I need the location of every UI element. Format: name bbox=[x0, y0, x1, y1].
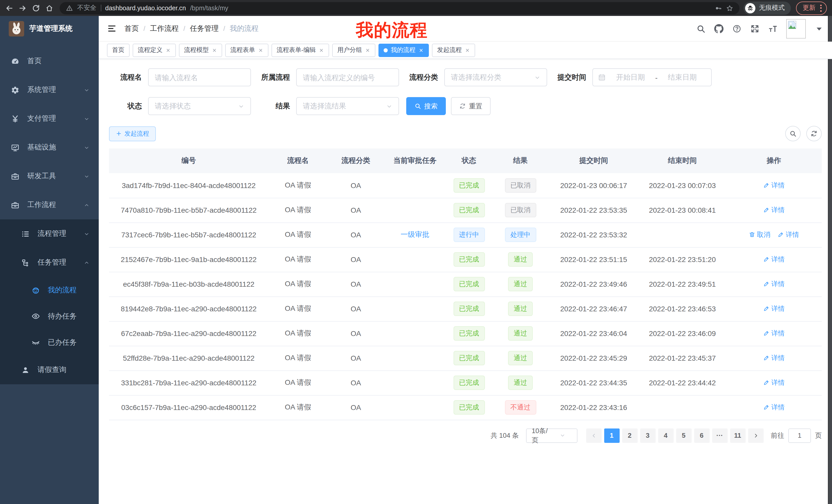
op-detail-link[interactable]: 详情 bbox=[763, 255, 785, 264]
close-tab-icon[interactable] bbox=[258, 48, 263, 53]
dashboard-icon bbox=[11, 57, 20, 65]
cell-current-task bbox=[384, 395, 446, 420]
page-button[interactable]: 4 bbox=[658, 428, 673, 443]
reload-icon[interactable] bbox=[32, 4, 40, 12]
op-cancel-link[interactable]: 取消 bbox=[749, 230, 770, 240]
close-tab-icon[interactable] bbox=[212, 48, 217, 53]
search-icon[interactable] bbox=[696, 24, 705, 33]
close-tab-icon[interactable] bbox=[165, 48, 171, 53]
help-icon[interactable] bbox=[732, 24, 742, 33]
sidebar-item[interactable]: 任务管理 bbox=[0, 248, 99, 277]
tab[interactable]: 流程表单 bbox=[225, 44, 268, 57]
not-secure-warning-icon[interactable] bbox=[66, 4, 73, 11]
sidebar-item[interactable]: 我的流程 bbox=[0, 277, 99, 303]
sidebar-item[interactable]: 工作流程 bbox=[0, 191, 99, 219]
op-detail-link[interactable]: 详情 bbox=[763, 180, 785, 190]
font-size-icon[interactable] bbox=[768, 24, 778, 33]
robot-icon bbox=[31, 286, 40, 295]
status-tag: 已完成 bbox=[453, 375, 485, 390]
page-button[interactable]: 1 bbox=[604, 428, 619, 443]
sidebar-item[interactable]: 待办任务 bbox=[0, 303, 99, 329]
op-detail-link[interactable]: 详情 bbox=[763, 329, 785, 338]
tab[interactable]: 发起流程 bbox=[432, 44, 475, 57]
op-detail-link[interactable]: 详情 bbox=[763, 378, 785, 387]
prev-page-button[interactable] bbox=[586, 428, 601, 443]
search-button[interactable]: 搜索 bbox=[406, 97, 446, 115]
close-tab-icon[interactable] bbox=[419, 48, 424, 53]
sidebar-item[interactable]: 请假查询 bbox=[0, 356, 99, 384]
submit-time-range-picker[interactable]: 开始日期 - 结束日期 bbox=[592, 68, 712, 86]
tab[interactable]: 流程定义 bbox=[133, 44, 176, 57]
page-scrollbar[interactable] bbox=[828, 16, 832, 504]
breadcrumb-item[interactable]: 工作流程 bbox=[150, 24, 179, 33]
current-task-link[interactable]: 一级审批 bbox=[400, 230, 430, 239]
sidebar-item[interactable]: 已办任务 bbox=[0, 329, 99, 356]
fullscreen-icon[interactable] bbox=[750, 24, 759, 33]
sidebar-item[interactable]: 研发工具 bbox=[0, 162, 99, 191]
tab[interactable]: 我的流程 bbox=[379, 44, 429, 57]
table-row: 331bc281-7b9a-11ec-a290-acde48001122OA 请… bbox=[109, 370, 822, 395]
tab[interactable]: 首页 bbox=[107, 44, 130, 57]
sidebar-item[interactable]: 首页 bbox=[0, 47, 99, 76]
column-header: 操作 bbox=[726, 148, 822, 173]
tab[interactable]: 流程表单-编辑 bbox=[271, 44, 329, 57]
op-detail-link[interactable]: 详情 bbox=[763, 279, 785, 289]
sidebar-item[interactable]: 支付管理 bbox=[0, 104, 99, 133]
breadcrumb-item[interactable]: 任务管理 bbox=[190, 24, 219, 33]
refresh-table-button[interactable] bbox=[806, 126, 822, 141]
sidebar-item[interactable]: 系统管理 bbox=[0, 76, 99, 104]
end-date-placeholder[interactable]: 结束日期 bbox=[659, 73, 706, 82]
browser-update-button[interactable]: 更新 bbox=[796, 1, 827, 15]
status-select[interactable]: 请选择状态 bbox=[148, 97, 251, 115]
app-window: 芋道管理系统 首页系统管理支付管理基础设施研发工具工作流程流程管理任务管理我的流… bbox=[0, 16, 832, 504]
close-tab-icon[interactable] bbox=[465, 48, 470, 53]
forward-icon[interactable] bbox=[19, 4, 27, 12]
page-size-select[interactable]: 10条/页 bbox=[526, 428, 577, 443]
sidebar-logo[interactable]: 芋道管理系统 bbox=[0, 16, 99, 41]
bookmark-star-icon[interactable] bbox=[726, 4, 733, 11]
password-key-icon[interactable] bbox=[715, 4, 722, 11]
address-bar[interactable]: 不安全 dashboard.yudao.iocoder.cn/bpm/task/… bbox=[60, 2, 739, 14]
kebab-menu-icon[interactable] bbox=[820, 4, 822, 11]
op-detail-link[interactable]: 详情 bbox=[763, 205, 785, 215]
caret-down-icon[interactable] bbox=[814, 24, 824, 33]
sidebar-item[interactable]: 流程管理 bbox=[0, 219, 99, 248]
op-detail-link[interactable]: 详情 bbox=[778, 230, 799, 240]
op-detail-link[interactable]: 详情 bbox=[763, 354, 785, 363]
home-icon[interactable] bbox=[45, 4, 53, 12]
update-label[interactable]: 更新 bbox=[803, 4, 815, 12]
cell-current-task bbox=[384, 346, 446, 370]
url-host[interactable]: dashboard.yudao.iocoder.cn bbox=[105, 4, 186, 11]
close-tab-icon[interactable] bbox=[319, 48, 324, 53]
breadcrumb-item[interactable]: 首页 bbox=[125, 24, 139, 33]
sidebar-item[interactable]: 基础设施 bbox=[0, 133, 99, 162]
tab[interactable]: 流程模型 bbox=[179, 44, 222, 57]
category-select[interactable]: 请选择流程分类 bbox=[444, 68, 547, 86]
reset-button[interactable]: 重置 bbox=[451, 97, 491, 115]
op-link-label: 详情 bbox=[786, 230, 799, 240]
goto-page-input[interactable] bbox=[788, 428, 811, 443]
op-detail-link[interactable]: 详情 bbox=[763, 403, 785, 412]
page-button[interactable]: 6 bbox=[694, 428, 709, 443]
security-label[interactable]: 不安全 bbox=[77, 4, 97, 12]
back-icon[interactable] bbox=[5, 4, 14, 12]
tab[interactable]: 用户分组 bbox=[332, 44, 375, 57]
more-pages-button[interactable]: ··· bbox=[712, 428, 727, 443]
close-tab-icon[interactable] bbox=[365, 48, 370, 53]
start-process-button[interactable]: 发起流程 bbox=[109, 126, 156, 141]
next-page-button[interactable] bbox=[748, 428, 763, 443]
github-icon[interactable] bbox=[714, 24, 724, 33]
page-button[interactable]: 11 bbox=[730, 428, 745, 443]
op-detail-link[interactable]: 详情 bbox=[763, 304, 785, 313]
avatar[interactable] bbox=[786, 19, 806, 38]
page-button[interactable]: 2 bbox=[622, 428, 638, 443]
start-date-placeholder[interactable]: 开始日期 bbox=[607, 73, 654, 82]
result-select[interactable]: 请选择流结果 bbox=[296, 97, 399, 115]
url-path[interactable]: /bpm/task/my bbox=[190, 4, 228, 11]
page-button[interactable]: 3 bbox=[640, 428, 655, 443]
toggle-search-button[interactable] bbox=[785, 126, 801, 141]
process-name-input[interactable] bbox=[148, 68, 251, 86]
process-definition-input[interactable] bbox=[296, 68, 399, 86]
page-button[interactable]: 5 bbox=[676, 428, 691, 443]
sidebar-toggle-button[interactable] bbox=[99, 16, 125, 41]
